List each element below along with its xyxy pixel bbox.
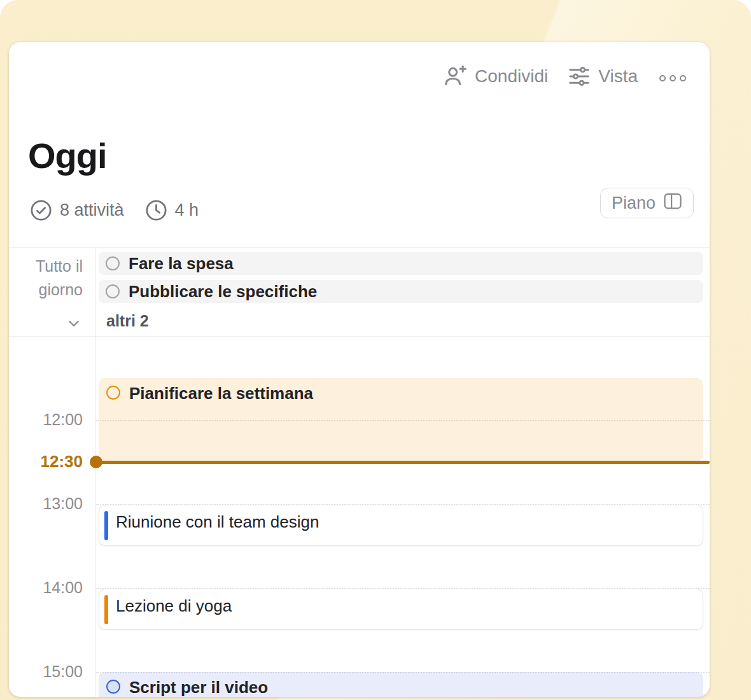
show-more-link[interactable]: altri 2 xyxy=(106,312,149,330)
allday-label-line1: Tutto il xyxy=(9,255,83,278)
header-divider xyxy=(9,247,710,248)
toolbar: Condividi Vista xyxy=(442,64,686,89)
allday-label: Tutto il giorno xyxy=(9,255,95,302)
ellipsis-icon xyxy=(659,75,666,81)
plan-label: Piano xyxy=(612,193,656,213)
event-color-bar xyxy=(104,595,108,624)
ellipsis-icon xyxy=(680,75,686,81)
check-circle-icon xyxy=(29,199,53,222)
current-time-line xyxy=(95,461,710,464)
current-time-label: 12:30 xyxy=(9,452,95,472)
timeline-todo-block[interactable]: Pianificare la settimana xyxy=(99,378,703,461)
event-title: Riunione con il team design xyxy=(116,512,319,532)
task-checkbox[interactable] xyxy=(106,256,120,270)
panel-icon xyxy=(663,192,682,214)
allday-task-row[interactable]: Pubblicare le specifiche xyxy=(99,280,703,303)
share-button[interactable]: Condividi xyxy=(442,64,548,89)
today-panel: Condividi Vista Oggi xyxy=(9,42,710,697)
plan-button[interactable]: Piano xyxy=(600,188,694,218)
hour-label: 12:00 xyxy=(9,410,95,429)
page-title: Oggi xyxy=(28,135,107,176)
ellipsis-icon xyxy=(670,75,676,81)
app-window: Condividi Vista Oggi xyxy=(0,0,751,700)
duration-stat: 4 h xyxy=(144,199,199,222)
person-plus-icon xyxy=(442,64,468,89)
task-checkbox[interactable] xyxy=(106,284,120,298)
task-title: Fare la spesa xyxy=(129,254,234,274)
hour-label: 14:00 xyxy=(9,578,95,597)
duration-value: 4 h xyxy=(175,200,199,220)
view-button[interactable]: Vista xyxy=(567,64,638,88)
allday-task-row[interactable]: Fare la spesa xyxy=(99,252,703,275)
allday-collapse-button[interactable] xyxy=(66,315,82,334)
gutter-divider xyxy=(95,248,96,697)
event-title: Lezione di yoga xyxy=(116,596,232,616)
task-checkbox[interactable] xyxy=(106,386,120,400)
timeline-event-card[interactable]: Lezione di yoga xyxy=(99,589,703,630)
current-time-dot xyxy=(90,456,102,468)
chevron-down-icon xyxy=(66,323,82,333)
stats-row: 8 attività 4 h xyxy=(29,199,199,222)
allday-label-line2: giorno xyxy=(9,278,83,302)
share-label: Condividi xyxy=(475,66,548,87)
more-options-button[interactable] xyxy=(657,71,686,81)
hour-label: 15:00 xyxy=(9,662,95,681)
sliders-icon xyxy=(567,64,591,88)
timeline-event-card[interactable]: Riunione con il team design xyxy=(99,505,703,546)
event-color-bar xyxy=(104,511,108,540)
hour-label: 13:00 xyxy=(9,494,95,513)
activities-stat: 8 attività xyxy=(29,199,124,222)
allday-timeline-divider xyxy=(9,336,710,337)
clock-icon xyxy=(144,199,168,222)
view-label: Vista xyxy=(598,66,638,87)
activities-count: 8 attività xyxy=(60,200,124,220)
event-title: Script per il video xyxy=(129,678,268,697)
task-title: Pubblicare le specifiche xyxy=(129,282,317,302)
event-title: Pianificare la settimana xyxy=(129,384,313,403)
task-checkbox[interactable] xyxy=(106,680,120,694)
timeline-todo-block[interactable]: Script per il video xyxy=(99,672,703,697)
